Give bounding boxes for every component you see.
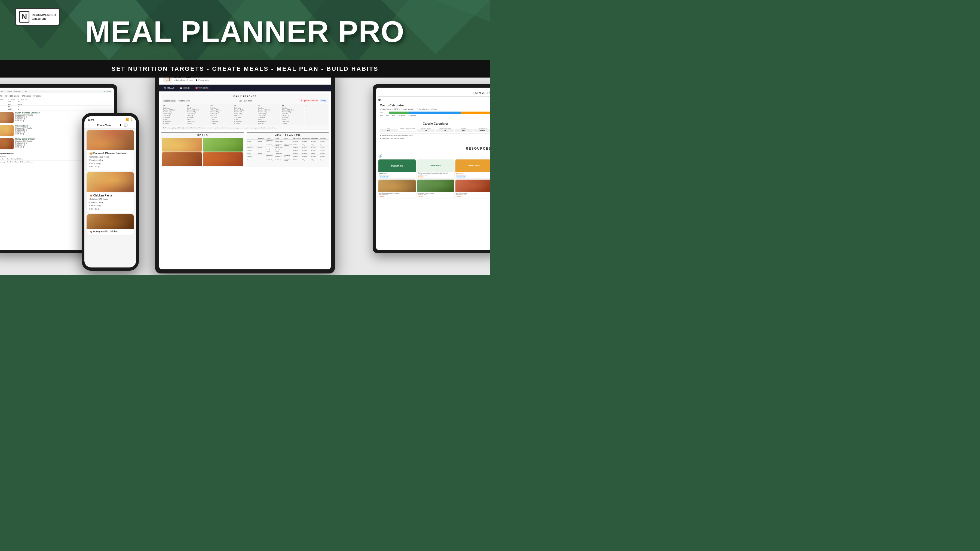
tab-targets[interactable]: 🎯 TARGETS xyxy=(192,86,211,91)
cal-cell-25: 25 Daily EntryCalories: 2396 KcalProtein… xyxy=(162,104,185,125)
macro-calculator: Macro Calculator kDaily Calories 2900 • … xyxy=(379,102,490,118)
phone-screen: 11:06 📶 🔋 ‹ Phone View ⬆ 💬 ⋯ xyxy=(84,116,136,267)
cal-cell-26: 26 Daily EntryCalories: 2398 KcalProtein… xyxy=(186,104,209,125)
phone-meal-item-1[interactable]: 🥪 Bacon & Cheese Sandwich Calories: 1000… xyxy=(87,130,134,171)
resource-card-headspace[interactable]: headspace HeadSpace headspace.com/... Me… xyxy=(455,159,490,178)
cal-cell-28: 28 Daily EntryCalories: 2102 gProteins: … xyxy=(233,104,256,125)
phone-nav-bar: ‹ Phone View ⬆ 💬 ⋯ xyxy=(84,122,136,129)
more-icon[interactable]: ⋯ xyxy=(130,124,133,127)
resource-cards-row2: 28 Weight-Loss Recipes for Beginners eat… xyxy=(379,179,490,198)
tab-meals[interactable]: 🍽 MEALS xyxy=(161,86,177,91)
phone-meal-item-3[interactable]: 🍗 Honey Garlic Chicken xyxy=(87,214,134,235)
calorie-calculator: Calorie Calculator Units 0.54 Target Wee… xyxy=(379,121,490,141)
cal-cell-27: 27 Daily EntryCalories: 2402 gProteins: … xyxy=(210,104,233,125)
tablet-screen: 📋 Meal Planner Pro • Notes From Creator … xyxy=(159,71,331,269)
tablet-content: DAILY TRACKER Weekly View Monthly View M… xyxy=(159,91,331,169)
meal-image-honey-garlic xyxy=(0,138,14,149)
notion-badge-text: RECOMMENDED CREATOR xyxy=(32,13,56,21)
resource-card-betterhelp[interactable]: betterhelp Better Help betterhelp.com/..… xyxy=(379,159,416,178)
content-area: ✓ Fats ✓ Protein ✗ kCarbs ✓ Fats ✗ #100%… xyxy=(0,78,490,275)
meals-section: MEALS xyxy=(161,132,245,167)
meal-grid-item-stirfry[interactable] xyxy=(203,138,243,152)
bottom-sections: MEALS xyxy=(161,132,329,167)
calorie-calculator-title: Calorie Calculator xyxy=(380,122,490,125)
cal-cell-30: 30 Daily EntryCalories: 2396 KcalProtein… xyxy=(281,104,304,125)
meals-section-label: MEALS xyxy=(161,132,243,137)
measurement-conversion[interactable]: ▶ Measurement Conversions & Activity Lev… xyxy=(380,133,490,137)
phone-view-link[interactable]: 📱 Phone View xyxy=(196,79,209,81)
phone-meal-macros-2: Calories: 677 Kcals Proteins: 58 g Carbs… xyxy=(89,197,131,211)
meal-planner-section: MEAL PLANNER Breakfast Lunch Dinner Othe… xyxy=(246,132,330,167)
resource-card-recipes1[interactable]: 28 Weight-Loss Recipes for Beginners eat… xyxy=(379,179,416,198)
targets-title: TARGETS xyxy=(379,90,490,97)
subtitle-bar: SET NUTRITION TARGETS - CREATE MEALS - M… xyxy=(0,60,490,78)
phone-view-label: Phone View xyxy=(97,124,111,127)
phone-meal-name-2: 🍝 Chicken Pasta xyxy=(89,194,131,197)
daily-tracker-label: DAILY TRACKER xyxy=(162,94,328,99)
meal-image-sandwich xyxy=(0,112,14,123)
link-icon: 🔗 xyxy=(379,154,490,158)
monthly-view-btn[interactable]: Monthly View xyxy=(178,100,191,102)
tab-home[interactable]: 🏠 HOME xyxy=(177,86,192,91)
main-title: MEAL PLANNER PRO xyxy=(86,14,405,49)
phone-icons: 📶 🔋 xyxy=(126,118,133,121)
today-btn[interactable]: Today xyxy=(320,99,327,102)
daily-tracker-section: DAILY TRACKER Weekly View Monthly View M… xyxy=(161,93,329,130)
phone-meal-item-2[interactable]: 🍝 Chicken Pasta Calories: 677 Kcals Prot… xyxy=(87,172,134,213)
open-calendar-btn[interactable]: ↗ Open in Calendar xyxy=(299,99,319,102)
macro-calculator-title: Macro Calculator xyxy=(380,104,490,107)
phone-meal-name-1: 🥪 Bacon & Cheese Sandwich xyxy=(89,152,131,155)
tracker-note: To: The Meals gallery and Select [new] i… xyxy=(162,127,328,129)
phone-device: 11:06 📶 🔋 ‹ Phone View ⬆ 💬 ⋯ xyxy=(82,113,139,271)
phone-meal-macros-1: Calories: 1000 Kcals Proteins: 48 g Carb… xyxy=(89,156,131,168)
resource-card-lowcal[interactable]: Low Calorie Recipes bbcgoodfood.com/... … xyxy=(455,179,490,198)
weekly-view-btn[interactable]: Weekly View xyxy=(163,100,176,102)
targets-section: TARGETS Macro Calculator kDaily Calories… xyxy=(379,90,490,141)
phone-status-bar: 11:06 📶 🔋 xyxy=(84,116,136,122)
phone-meal-img-2 xyxy=(87,172,134,192)
phone-meal-img-1 xyxy=(87,130,134,150)
resources-section: RESOURCES 🔗 betterhelp Better Help bette… xyxy=(379,144,490,198)
resource-cards-row1: betterhelp Better Help betterhelp.com/..… xyxy=(379,159,490,178)
phone-meal-info-3: 🍗 Honey Garlic Chicken xyxy=(87,229,134,235)
right-device: TARGETS Macro Calculator kDaily Calories… xyxy=(373,84,490,253)
meal-planner-table: Breakfast Lunch Dinner Other Daily Calor… xyxy=(247,137,329,161)
tablet-tabs: 🍽 MEALS 🏠 HOME 🎯 TARGETS xyxy=(159,85,331,91)
meal-image-pasta xyxy=(0,125,14,136)
phone-meal-info-2: 🍝 Chicken Pasta Calories: 677 Kcals Prot… xyxy=(87,192,134,213)
meal-grid-item-chicken[interactable] xyxy=(162,152,202,166)
meal-grid-item-teriyaki[interactable] xyxy=(203,152,243,166)
resource-card-healthline[interactable]: healthline 25 Ways to Lose Weight Natura… xyxy=(417,159,454,178)
bubble-icon[interactable]: 💬 xyxy=(124,124,128,127)
phone-time: 11:06 xyxy=(88,118,94,121)
notion-badge: N RECOMMENDED CREATOR xyxy=(15,8,60,25)
phone-meal-info-1: 🥪 Bacon & Cheese Sandwich Calories: 1000… xyxy=(87,150,134,171)
calendar-grid: 25 Daily EntryCalories: 2396 KcalProtein… xyxy=(162,103,328,126)
progress-dot xyxy=(379,99,380,101)
meal-grid-item-pasta[interactable] xyxy=(162,138,202,152)
notion-n-logo: N xyxy=(19,11,29,22)
upload-icon[interactable]: ⬆ xyxy=(119,124,122,127)
cal-cell-29: 29 Daily EntryCalories: 3100 KcalProtein… xyxy=(257,104,280,125)
meal-planner-section-label: MEAL PLANNER xyxy=(247,132,329,137)
calculator-info[interactable]: ▶ Calculator Information & Safety xyxy=(380,137,490,140)
subtitle-text: SET NUTRITION TARGETS - CREATE MEALS - M… xyxy=(111,65,379,72)
date-range: May - Jun 2024 xyxy=(239,100,252,102)
center-device: 📋 Meal Planner Pro • Notes From Creator … xyxy=(155,67,335,273)
phone-nav-icons: ⬆ 💬 ⋯ xyxy=(119,124,133,127)
notes-link[interactable]: • Notes From Creator xyxy=(174,79,193,81)
phone-meal-img-3 xyxy=(87,214,134,229)
phone-meal-name-3: 🍗 Honey Garlic Chicken xyxy=(89,230,131,233)
back-icon[interactable]: ‹ xyxy=(88,123,89,127)
cal-cell-1: 1 xyxy=(305,104,328,125)
right-screen: TARGETS Macro Calculator kDaily Calories… xyxy=(376,87,490,250)
resource-card-mayo[interactable]: Mayo Clinic - Healthy Lifestyle mayoclin… xyxy=(417,179,454,198)
resources-title: RESOURCES xyxy=(379,145,490,152)
meals-grid xyxy=(161,137,243,167)
header-section: N RECOMMENDED CREATOR MEAL PLANNER PRO xyxy=(0,0,490,60)
